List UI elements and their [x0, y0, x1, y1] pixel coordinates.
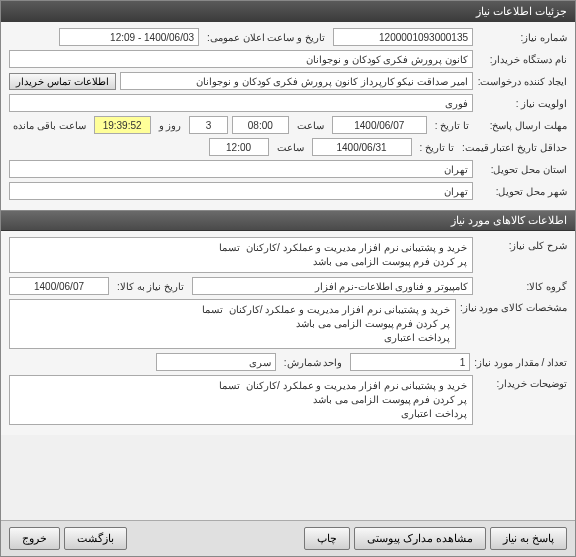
back-button[interactable]: بازگشت [64, 527, 127, 550]
goods-section-header: اطلاعات کالاهای مورد نیاز [1, 210, 575, 231]
need-date-value: 1400/06/07 [9, 277, 109, 295]
buyer-org-value: کانون پرورش فکری کودکان و نوجوانان [9, 50, 473, 68]
number-value: 1200001093000135 [333, 28, 473, 46]
creator-value: امیر صداقت نیکو کارپرداز کانون پرورش فکر… [120, 72, 473, 90]
province-value: تهران [9, 160, 473, 178]
qty-value: 1 [350, 353, 470, 371]
group-label: گروه کالا: [477, 281, 567, 292]
spec-label: مشخصات کالای مورد نیاز: [460, 299, 567, 313]
priority-label: اولویت نیاز : [477, 98, 567, 109]
days-label: روز و [155, 120, 186, 131]
announce-label: تاریخ و ساعت اعلان عمومی: [203, 32, 329, 43]
spec-value: خرید و پشتیبانی نرم افزار مدیریت و عملکر… [9, 299, 456, 349]
remain-time: 19:39:52 [94, 116, 151, 134]
province-label: استان محل تحویل: [477, 164, 567, 175]
price-validity-label: حداقل تاریخ اعتبار قیمت: [462, 142, 567, 153]
need-info-section: شماره نیاز: 1200001093000135 تاریخ و ساع… [1, 22, 575, 210]
announce-value: 1400/06/03 - 12:09 [59, 28, 199, 46]
buyer-notes-label: توضیحات خریدار: [477, 375, 567, 389]
unit-label: واحد شمارش: [280, 357, 347, 368]
footer-bar: پاسخ به نیاز مشاهده مدارک پیوستی چاپ باز… [1, 520, 575, 556]
attachments-button[interactable]: مشاهده مدارک پیوستی [354, 527, 486, 550]
desc-label: شرح کلی نیاز: [477, 237, 567, 251]
days-value: 3 [189, 116, 227, 134]
remain-label: ساعت باقی مانده [9, 120, 90, 131]
reply-button[interactable]: پاسخ به نیاز [490, 527, 567, 550]
reply-deadline-label: مهلت ارسال پاسخ: [477, 120, 567, 131]
main-window: جزئیات اطلاعات نیاز شماره نیاز: 12000010… [0, 0, 576, 557]
priority-value: فوری [9, 94, 473, 112]
city-label: شهر محل تحویل: [477, 186, 567, 197]
print-button[interactable]: چاپ [304, 527, 350, 550]
reply-time-value: 08:00 [232, 116, 289, 134]
price-time-label: ساعت [273, 142, 308, 153]
exit-button[interactable]: خروج [9, 527, 60, 550]
reply-time-label: ساعت [293, 120, 328, 131]
desc-value: خرید و پشتیبانی نرم افزار مدیریت و عملکر… [9, 237, 473, 273]
price-to-date-value: 1400/06/31 [312, 138, 412, 156]
reply-to-date-value: 1400/06/07 [332, 116, 427, 134]
city-value: تهران [9, 182, 473, 200]
buyer-org-label: نام دستگاه خریدار: [477, 54, 567, 65]
reply-to-date-label: تا تاریخ : [431, 120, 473, 131]
goods-section: شرح کلی نیاز: خرید و پشتیبانی نرم افزار … [1, 231, 575, 435]
need-date-label: تاریخ نیاز به کالا: [113, 281, 188, 292]
creator-label: ایجاد کننده درخواست: [477, 76, 567, 87]
price-time-value: 12:00 [209, 138, 269, 156]
group-value: کامپیوتر و فناوری اطلاعات-نرم افزار [192, 277, 473, 295]
unit-value: سری [156, 353, 276, 371]
number-label: شماره نیاز: [477, 32, 567, 43]
qty-label: تعداد / مقدار مورد نیاز: [474, 357, 567, 368]
window-title: جزئیات اطلاعات نیاز [1, 1, 575, 22]
buyer-notes-value: خرید و پشتیبانی نرم افزار مدیریت و عملکر… [9, 375, 473, 425]
contact-buyer-button[interactable]: اطلاعات تماس خریدار [9, 73, 116, 90]
price-to-date-label: تا تاریخ : [416, 142, 458, 153]
